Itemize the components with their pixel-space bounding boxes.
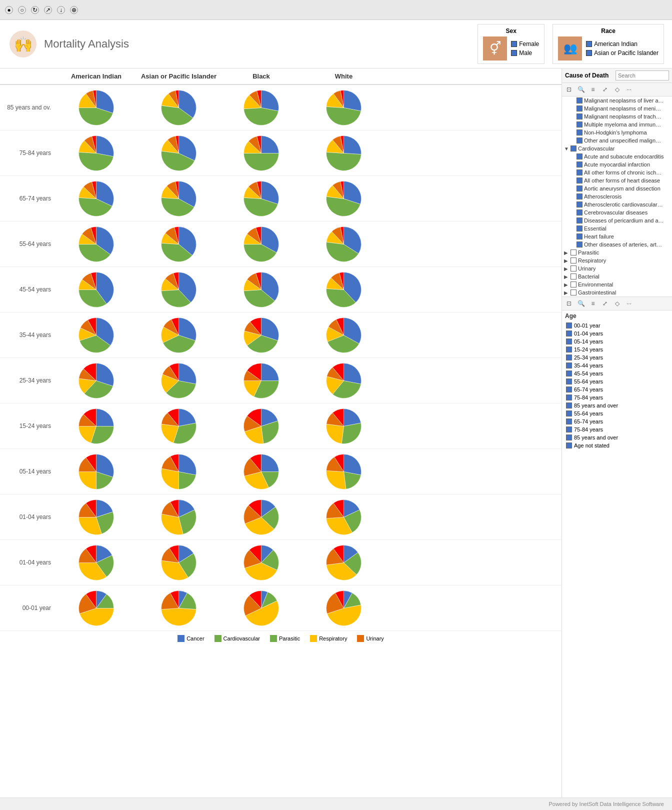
tree-item-cv-myocardial[interactable]: Acute myocardial infarction	[562, 160, 672, 168]
pie-cell-1-1[interactable]	[138, 130, 220, 176]
tree-checkbox[interactable]	[576, 194, 582, 200]
pie-cell-11-1[interactable]	[138, 586, 220, 630]
cause-bt-zoom-icon[interactable]: ⊡	[564, 298, 574, 308]
tree-item-gastrointestinal[interactable]: ▶ Gastrointestinal	[562, 288, 672, 296]
age-checkbox[interactable]	[566, 386, 572, 392]
age-checkbox[interactable]	[566, 426, 572, 432]
sex-female-checkbox[interactable]	[511, 41, 517, 47]
tree-item-bacterial[interactable]: ▶ Bacterial	[562, 272, 672, 280]
age-item-7584[interactable]: 75-84 years	[562, 394, 672, 402]
tree-checkbox[interactable]	[576, 210, 582, 216]
tree-checkbox[interactable]	[570, 282, 576, 288]
pie-cell-5-2[interactable]	[220, 312, 302, 358]
tree-item-parasitic[interactable]: ▶ Parasitic	[562, 248, 672, 256]
pie-cell-6-0[interactable]	[55, 358, 138, 403]
tree-checkbox[interactable]	[576, 162, 582, 168]
age-item-6574[interactable]: 65-74 years	[562, 386, 672, 394]
expand-icon[interactable]: ▶	[564, 250, 569, 256]
pie-cell-7-3[interactable]	[302, 404, 385, 448]
expand-icon[interactable]: ▶	[564, 274, 569, 280]
cause-bt-filter-icon[interactable]: ◇	[612, 298, 622, 308]
cause-expand-icon[interactable]: ⤢	[600, 84, 610, 94]
tree-checkbox[interactable]	[570, 266, 576, 272]
pie-cell-5-3[interactable]	[302, 312, 385, 358]
tree-item-cancer-meninges[interactable]: Malignant neoplasms of meninges, brain a…	[562, 104, 672, 112]
tree-item-cancer-hodgkin[interactable]: Non-Hodgkin's lymphoma	[562, 128, 672, 136]
pie-cell-3-1[interactable]	[138, 222, 220, 266]
expand-icon[interactable]: ▶	[564, 282, 569, 288]
tree-checkbox[interactable]	[576, 202, 582, 208]
cause-bt-search-icon[interactable]: 🔍	[576, 298, 586, 308]
pie-cell-3-0[interactable]	[55, 222, 138, 266]
age-item-1524[interactable]: 15-24 years	[562, 346, 672, 354]
pie-cell-3-2[interactable]	[220, 222, 302, 266]
tree-checkbox[interactable]	[576, 130, 582, 136]
pie-cell-0-1[interactable]	[138, 85, 220, 130]
tree-item-cv-pericardium[interactable]: Diseases of pericardium and acute myocar…	[562, 216, 672, 224]
tree-item-cv-chronic-ischemic[interactable]: All other forms of chronic ischemic hear…	[562, 168, 672, 176]
pie-cell-8-3[interactable]	[302, 449, 385, 494]
tree-item-cancer-trachea[interactable]: Malignant neoplasms of trachea, bronchus…	[562, 112, 672, 120]
pie-cell-4-3[interactable]	[302, 267, 385, 312]
age-checkbox[interactable]	[566, 442, 572, 448]
cause-bt-list-icon[interactable]: ≡	[588, 298, 598, 308]
pie-cell-1-2[interactable]	[220, 130, 302, 176]
tree-checkbox[interactable]	[576, 170, 582, 176]
pie-cell-5-0[interactable]	[55, 312, 138, 358]
pie-cell-6-1[interactable]	[138, 358, 220, 403]
age-checkbox[interactable]	[566, 330, 572, 336]
age-item-85over[interactable]: 85 years and over	[562, 402, 672, 410]
pie-cell-10-3[interactable]	[302, 540, 385, 585]
pie-cell-7-2[interactable]	[220, 404, 302, 448]
pie-cell-9-1[interactable]	[138, 494, 220, 540]
pie-cell-8-0[interactable]	[55, 449, 138, 494]
race-asian-pacific-option[interactable]: Asian or Pacific Islander	[586, 50, 658, 56]
tree-item-cv-heart-failure[interactable]: Heart failure	[562, 232, 672, 240]
pie-cell-6-3[interactable]	[302, 358, 385, 403]
age-checkbox[interactable]	[566, 338, 572, 344]
race-american-indian-checkbox[interactable]	[586, 41, 592, 47]
age-item-0514[interactable]: 05-14 years	[562, 338, 672, 346]
cause-zoom-fit-icon[interactable]: ⊡	[564, 84, 574, 94]
race-asian-pacific-checkbox[interactable]	[586, 50, 592, 56]
pie-cell-0-3[interactable]	[302, 85, 385, 130]
tree-checkbox[interactable]	[576, 234, 582, 240]
age-checkbox[interactable]	[566, 402, 572, 408]
pie-cell-9-3[interactable]	[302, 494, 385, 540]
pie-cell-10-0[interactable]	[55, 540, 138, 585]
sex-female-option[interactable]: Female	[511, 40, 539, 48]
cause-more-icon[interactable]: ···	[624, 84, 634, 94]
download-icon[interactable]: ↓	[57, 6, 65, 14]
pie-cell-8-1[interactable]	[138, 449, 220, 494]
age-checkbox[interactable]	[566, 434, 572, 440]
expand-icon[interactable]: ▶	[564, 258, 569, 264]
age-item-2534[interactable]: 25-34 years	[562, 354, 672, 362]
tree-checkbox[interactable]	[576, 186, 582, 192]
tree-item-cancer-myeloma[interactable]: Multiple myeloma and immunoproliferative…	[562, 120, 672, 128]
close-icon[interactable]: ●	[5, 6, 13, 14]
tree-item-cardiovascular[interactable]: ▼ Cardiovascular	[562, 144, 672, 152]
pie-cell-10-2[interactable]	[220, 540, 302, 585]
pie-cell-7-0[interactable]	[55, 404, 138, 448]
age-checkbox[interactable]	[566, 378, 572, 384]
expand-icon[interactable]: ▼	[564, 146, 569, 152]
pie-cell-10-1[interactable]	[138, 540, 220, 585]
pie-cell-1-3[interactable]	[302, 130, 385, 176]
age-checkbox[interactable]	[566, 362, 572, 368]
tree-checkbox[interactable]	[570, 258, 576, 264]
tree-checkbox[interactable]	[576, 122, 582, 128]
cause-bt-expand-icon[interactable]: ⤢	[600, 298, 610, 308]
tree-item-urinary[interactable]: ▶ Urinary	[562, 264, 672, 272]
age-checkbox[interactable]	[566, 418, 572, 424]
pie-cell-3-3[interactable]	[302, 222, 385, 266]
tree-checkbox[interactable]	[576, 242, 582, 248]
pie-cell-9-2[interactable]	[220, 494, 302, 540]
tree-item-environmental[interactable]: ▶ Environmental	[562, 280, 672, 288]
cause-filter-icon[interactable]: ◇	[612, 84, 622, 94]
sex-male-option[interactable]: Male	[511, 50, 539, 56]
pie-cell-11-2[interactable]	[220, 586, 302, 630]
age-item-7584b[interactable]: 75-84 years	[562, 426, 672, 434]
share-icon[interactable]: ↗	[44, 6, 52, 14]
pie-cell-11-3[interactable]	[302, 586, 385, 630]
race-american-indian-option[interactable]: American Indian	[586, 40, 658, 48]
